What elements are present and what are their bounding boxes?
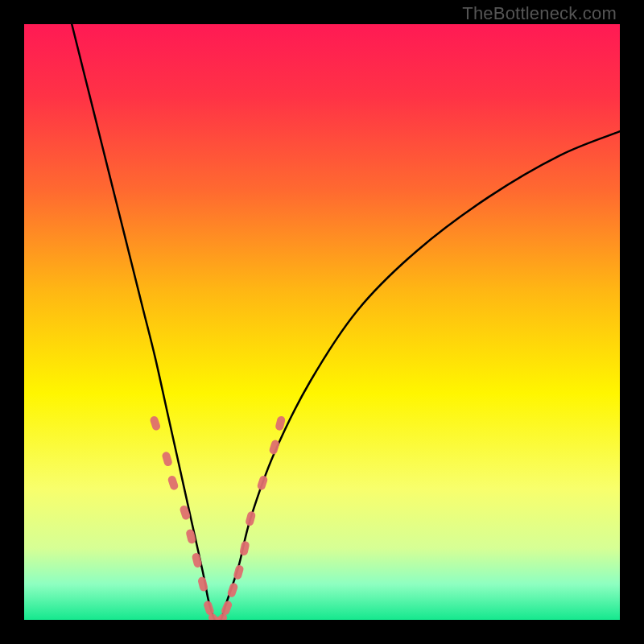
chart-frame: TheBottleneck.com — [0, 0, 644, 644]
dot-marker — [185, 528, 196, 544]
dot-overlay-group — [149, 415, 286, 620]
dot-marker — [149, 415, 161, 431]
watermark-text: TheBottleneck.com — [462, 3, 617, 24]
dot-marker — [245, 510, 256, 526]
bottleneck-curve — [72, 24, 620, 620]
dot-marker — [256, 475, 268, 491]
curve-layer — [24, 24, 620, 620]
dot-marker — [161, 451, 173, 467]
dot-marker — [239, 540, 250, 556]
plot-area — [24, 24, 620, 620]
dot-marker — [167, 475, 179, 491]
